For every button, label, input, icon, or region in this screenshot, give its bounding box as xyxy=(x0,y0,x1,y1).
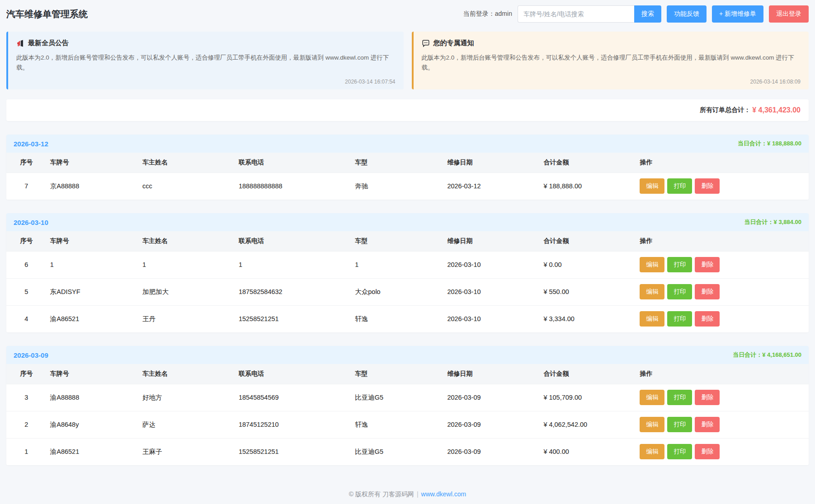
orders-grand-total-bar: 所有订单总合计： ¥ 4,361,423.00 xyxy=(6,99,809,121)
delete-button[interactable]: 删除 xyxy=(695,417,720,432)
section-day-total: 当日合计：¥ 4,168,651.00 xyxy=(733,351,801,359)
announcement-body: 此版本为2.0，新增后台账号管理和公告发布，可以私发个人账号，适合修理厂员工带手… xyxy=(16,53,396,73)
cell-seq: 2 xyxy=(6,411,47,438)
cell-phone: 187582584632 xyxy=(235,278,351,305)
col-seq: 序号 xyxy=(6,153,47,173)
current-user-label: 当前登录： xyxy=(463,10,495,17)
table-header-row: 序号 车牌号 车主姓名 联系电话 车型 维修日期 合计金额 操作 xyxy=(6,153,809,173)
print-button[interactable]: 打印 xyxy=(667,311,692,327)
edit-button[interactable]: 编辑 xyxy=(640,178,664,194)
col-phone: 联系电话 xyxy=(235,231,351,251)
cell-seq: 3 xyxy=(6,384,47,411)
table-row: 4 渝A86521 王丹 15258521251 轩逸 2026-03-10 ¥… xyxy=(6,305,809,332)
app-title: 汽车维修单管理系统 xyxy=(6,8,88,20)
section-day-total: 当日合计：¥ 188,888.00 xyxy=(738,140,801,148)
col-date: 维修日期 xyxy=(443,231,540,251)
table-row: 1 渝A86521 王麻子 15258521251 比亚迪G5 2026-03-… xyxy=(6,438,809,465)
cell-amount: ¥ 105,709.00 xyxy=(540,384,636,411)
col-model: 车型 xyxy=(351,364,443,384)
delete-button[interactable]: 删除 xyxy=(695,284,720,299)
edit-button[interactable]: 编辑 xyxy=(640,284,664,299)
cell-phone: 1 xyxy=(235,251,351,278)
table-row: 6 1 1 1 1 2026-03-10 ¥ 0.00 编辑 打印 删除 xyxy=(6,251,809,278)
section-date: 2026-03-09 xyxy=(14,351,48,359)
col-plate: 车牌号 xyxy=(47,231,139,251)
current-user: 当前登录：admin xyxy=(463,10,512,18)
cell-date: 2026-03-12 xyxy=(443,173,540,200)
cell-amount: ¥ 188,888.00 xyxy=(540,173,636,200)
current-user-name: admin xyxy=(495,10,512,17)
cell-plate: 东ADISYF xyxy=(47,278,139,305)
cell-date: 2026-03-09 xyxy=(443,438,540,465)
section-date: 2026-03-10 xyxy=(14,219,48,226)
cell-owner: 萨达 xyxy=(139,411,235,438)
col-owner: 车主姓名 xyxy=(139,153,235,173)
cell-plate: 1 xyxy=(47,251,139,278)
cell-phone: 188888888888 xyxy=(235,173,351,200)
cell-amount: ¥ 4,062,542.00 xyxy=(540,411,636,438)
cell-seq: 1 xyxy=(6,438,47,465)
edit-button[interactable]: 编辑 xyxy=(640,417,664,432)
col-seq: 序号 xyxy=(6,231,47,251)
personal-notice-title: 您的专属通知 xyxy=(433,39,474,47)
personal-notice-body: 此版本为2.0，新增后台账号管理和公告发布，可以私发个人账号，适合修理厂员工带手… xyxy=(422,53,801,73)
print-button[interactable]: 打印 xyxy=(667,257,692,272)
col-ops: 操作 xyxy=(636,231,809,251)
delete-button[interactable]: 删除 xyxy=(695,311,720,327)
section-date: 2026-03-12 xyxy=(14,140,48,148)
feedback-button[interactable]: 功能反馈 xyxy=(667,5,707,23)
cell-model: 轩逸 xyxy=(351,411,443,438)
date-section-2026-03-12: 2026-03-12 当日合计：¥ 188,888.00 序号 车牌号 车主姓名… xyxy=(6,135,809,200)
search-button[interactable]: 搜索 xyxy=(634,5,661,23)
cell-owner: ccc xyxy=(139,173,235,200)
cell-amount: ¥ 0.00 xyxy=(540,251,636,278)
delete-button[interactable]: 删除 xyxy=(695,257,720,272)
megaphone-icon xyxy=(16,39,24,47)
logout-button[interactable]: 退出登录 xyxy=(769,5,809,23)
delete-button[interactable]: 删除 xyxy=(695,178,720,194)
delete-button[interactable]: 删除 xyxy=(695,444,720,459)
footer-link[interactable]: www.dkewl.com xyxy=(421,490,466,498)
cell-plate: 渝A86521 xyxy=(47,438,139,465)
cell-model: 比亚迪G5 xyxy=(351,438,443,465)
top-header: 汽车维修单管理系统 当前登录：admin 搜索 功能反馈 + 新增维修单 退出登… xyxy=(6,0,809,28)
cell-plate: 渝A86521 xyxy=(47,305,139,332)
table-row: 7 京A88888 ccc 188888888888 奔驰 2026-03-12… xyxy=(6,173,809,200)
delete-button[interactable]: 删除 xyxy=(695,390,720,405)
search-input[interactable] xyxy=(518,5,634,23)
edit-button[interactable]: 编辑 xyxy=(640,390,664,405)
table-row: 2 渝A8648y 萨达 18745125210 轩逸 2026-03-09 ¥… xyxy=(6,411,809,438)
cell-plate: 京A88888 xyxy=(47,173,139,200)
cell-amount: ¥ 550.00 xyxy=(540,278,636,305)
orders-table: 序号 车牌号 车主姓名 联系电话 车型 维修日期 合计金额 操作 3 渝A888… xyxy=(6,364,809,465)
page-footer: © 版权所有 刀客源码网|www.dkewl.com xyxy=(6,481,809,504)
edit-button[interactable]: 编辑 xyxy=(640,444,664,459)
cell-phone: 15258521251 xyxy=(235,438,351,465)
col-amount: 合计金额 xyxy=(540,153,636,173)
cell-phone: 18545854569 xyxy=(235,384,351,411)
print-button[interactable]: 打印 xyxy=(667,390,692,405)
cell-phone: 15258521251 xyxy=(235,305,351,332)
print-button[interactable]: 打印 xyxy=(667,417,692,432)
col-owner: 车主姓名 xyxy=(139,231,235,251)
col-ops: 操作 xyxy=(636,153,809,173)
print-button[interactable]: 打印 xyxy=(667,444,692,459)
edit-button[interactable]: 编辑 xyxy=(640,257,664,272)
print-button[interactable]: 打印 xyxy=(667,178,692,194)
notice-cards: 最新全员公告 此版本为2.0，新增后台账号管理和公告发布，可以私发个人账号，适合… xyxy=(6,32,809,89)
edit-button[interactable]: 编辑 xyxy=(640,311,664,327)
cell-owner: 1 xyxy=(139,251,235,278)
cell-amount: ¥ 400.00 xyxy=(540,438,636,465)
col-ops: 操作 xyxy=(636,364,809,384)
print-button[interactable]: 打印 xyxy=(667,284,692,299)
cell-model: 比亚迪G5 xyxy=(351,384,443,411)
speech-bubble-icon xyxy=(422,39,430,47)
cell-model: 大众polo xyxy=(351,278,443,305)
personal-notice-timestamp: 2026-03-14 16:08:09 xyxy=(422,76,801,85)
col-amount: 合计金额 xyxy=(540,364,636,384)
cell-date: 2026-03-09 xyxy=(443,411,540,438)
add-repair-order-button[interactable]: + 新增维修单 xyxy=(712,5,763,23)
date-section-2026-03-09: 2026-03-09 当日合计：¥ 4,168,651.00 序号 车牌号 车主… xyxy=(6,346,809,465)
table-row: 3 渝A88888 好地方 18545854569 比亚迪G5 2026-03-… xyxy=(6,384,809,411)
orders-table: 序号 车牌号 车主姓名 联系电话 车型 维修日期 合计金额 操作 6 1 1 1… xyxy=(6,231,809,332)
